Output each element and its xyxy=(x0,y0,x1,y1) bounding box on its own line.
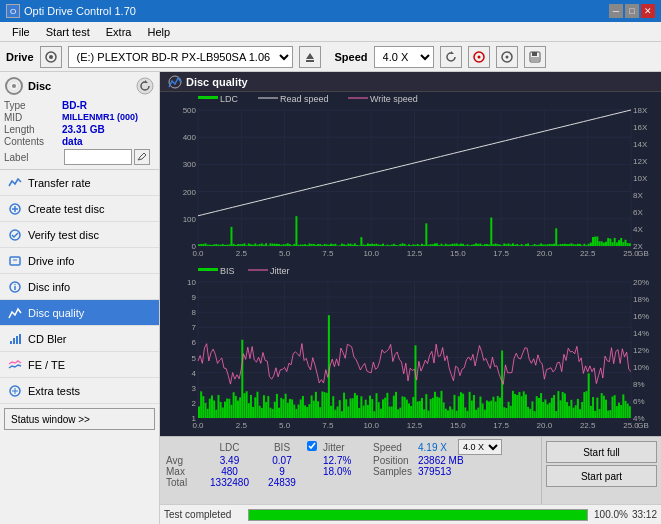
avg-jitter: 12.7% xyxy=(323,455,373,466)
nav-cd-bler[interactable]: CD Bler xyxy=(0,326,159,352)
max-bis: 9 xyxy=(257,466,307,477)
disc-btn-2[interactable] xyxy=(496,46,518,68)
nav-extra-tests-label: Extra tests xyxy=(28,385,80,397)
svg-point-24 xyxy=(14,283,15,284)
start-part-button[interactable]: Start part xyxy=(546,465,657,487)
nav-disc-quality-label: Disc quality xyxy=(28,307,84,319)
status-text: Test completed xyxy=(164,509,244,520)
minimize-button[interactable]: ─ xyxy=(609,4,623,18)
svg-rect-27 xyxy=(13,338,15,344)
inline-stats-left: LDC BIS Jitter Speed 4.19 X 4.0 X xyxy=(160,437,541,504)
max-jitter: 18.0% xyxy=(323,466,373,477)
speed-select[interactable]: 4.0 X xyxy=(374,46,434,68)
app-icon: O xyxy=(6,4,20,18)
svg-rect-11 xyxy=(531,57,539,62)
cd-bler-icon xyxy=(8,332,22,346)
label-input[interactable] xyxy=(64,149,132,165)
main-area: Disc Type BD-R MID MILLENMR1 (000) xyxy=(0,72,661,524)
transfer-rate-icon xyxy=(8,176,22,190)
stats-bis-header: BIS xyxy=(257,439,307,455)
nav-fe-te[interactable]: FE / TE xyxy=(0,352,159,378)
disc-icon xyxy=(4,76,24,96)
lower-chart xyxy=(160,264,661,436)
disc-mid-label: MID xyxy=(4,112,62,123)
save-btn[interactable] xyxy=(524,46,546,68)
svg-marker-4 xyxy=(451,51,454,54)
nav-create-test-disc-label: Create test disc xyxy=(28,203,104,215)
stats-jitter-header: Jitter xyxy=(323,439,373,455)
svg-rect-26 xyxy=(10,341,12,344)
nav-extra-tests[interactable]: Extra tests xyxy=(0,378,159,404)
progress-bar xyxy=(248,509,588,521)
stats-speed-select[interactable]: 4.0 X xyxy=(458,439,502,455)
disc-refresh-icon[interactable] xyxy=(135,76,155,96)
svg-point-1 xyxy=(49,55,53,59)
svg-rect-29 xyxy=(19,334,21,344)
svg-point-6 xyxy=(477,55,480,58)
drive-eject-btn[interactable] xyxy=(299,46,321,68)
stats-speed-select-cell[interactable]: 4.0 X xyxy=(458,439,502,455)
disc-contents-value: data xyxy=(62,136,83,147)
stats-check-cell[interactable] xyxy=(307,439,323,455)
drive-info-icon xyxy=(8,254,22,268)
total-ldc: 1332480 xyxy=(202,477,257,488)
disc-length-label: Length xyxy=(4,124,62,135)
max-ldc: 480 xyxy=(202,466,257,477)
avg-label: Avg xyxy=(166,455,202,466)
nav-transfer-rate[interactable]: Transfer rate xyxy=(0,170,159,196)
disc-info-icon xyxy=(8,280,22,294)
start-full-button[interactable]: Start full xyxy=(546,441,657,463)
total-label: Total xyxy=(166,477,202,488)
disc-table: Type BD-R MID MILLENMR1 (000) Length 23.… xyxy=(4,100,155,147)
nav-verify-test-disc[interactable]: Verify test disc xyxy=(0,222,159,248)
disc-length-value: 23.31 GB xyxy=(62,124,105,135)
charts-stats-wrapper: LDC BIS Jitter Speed 4.19 X 4.0 X xyxy=(160,92,661,504)
nav-drive-info[interactable]: Drive info xyxy=(0,248,159,274)
progress-bar-fill xyxy=(249,510,587,520)
disc-type-label: Type xyxy=(4,100,62,111)
jitter-checkbox[interactable] xyxy=(307,441,317,451)
title-bar-controls: ─ □ ✕ xyxy=(609,4,655,18)
position-value: 23862 MB xyxy=(418,455,502,466)
lower-chart-canvas xyxy=(160,264,661,436)
disc-btn-1[interactable] xyxy=(468,46,490,68)
disc-length-row: Length 23.31 GB xyxy=(4,124,155,135)
samples-value: 379513 xyxy=(418,466,502,477)
disc-contents-label: Contents xyxy=(4,136,62,147)
disc-type-row: Type BD-R xyxy=(4,100,155,111)
upper-chart-canvas xyxy=(160,92,661,264)
disc-header-left: Disc xyxy=(4,76,51,96)
menu-file[interactable]: File xyxy=(4,24,38,40)
menu-help[interactable]: Help xyxy=(139,24,178,40)
close-button[interactable]: ✕ xyxy=(641,4,655,18)
fe-te-icon xyxy=(8,358,22,372)
nav-transfer-rate-label: Transfer rate xyxy=(28,177,91,189)
stats-speed-value: 4.19 X xyxy=(418,439,458,455)
drive-label: Drive xyxy=(6,51,34,63)
avg-bis: 0.07 xyxy=(257,455,307,466)
menu-start-test[interactable]: Start test xyxy=(38,24,98,40)
inline-stats: LDC BIS Jitter Speed 4.19 X 4.0 X xyxy=(160,436,661,504)
nav-create-test-disc[interactable]: Create test disc xyxy=(0,196,159,222)
nav-disc-info[interactable]: Disc info xyxy=(0,274,159,300)
drive-icon-btn[interactable] xyxy=(40,46,62,68)
label-row: Label xyxy=(4,149,155,165)
drive-select[interactable]: (E:) PLEXTOR BD-R PX-LB950SA 1.06 xyxy=(68,46,293,68)
disc-contents-row: Contents data xyxy=(4,136,155,147)
maximize-button[interactable]: □ xyxy=(625,4,639,18)
disc-quality-icon xyxy=(8,306,22,320)
sidebar-nav: Transfer rate Create test disc Verify te… xyxy=(0,170,159,404)
create-test-disc-icon xyxy=(8,202,22,216)
stats-ldc-header: LDC xyxy=(202,439,257,455)
menu-extra[interactable]: Extra xyxy=(98,24,140,40)
progress-label: 100.0% xyxy=(592,509,628,520)
sidebar: Disc Type BD-R MID MILLENMR1 (000) xyxy=(0,72,160,524)
max-label: Max xyxy=(166,466,202,477)
speed-refresh-btn[interactable] xyxy=(440,46,462,68)
status-window-btn[interactable]: Status window >> xyxy=(4,408,155,430)
disc-panel: Disc Type BD-R MID MILLENMR1 (000) xyxy=(0,72,159,170)
nav-disc-quality[interactable]: Disc quality xyxy=(0,300,159,326)
svg-rect-10 xyxy=(532,52,537,56)
content-area: Disc quality LDC BIS xyxy=(160,72,661,524)
label-edit-btn[interactable] xyxy=(134,149,150,165)
